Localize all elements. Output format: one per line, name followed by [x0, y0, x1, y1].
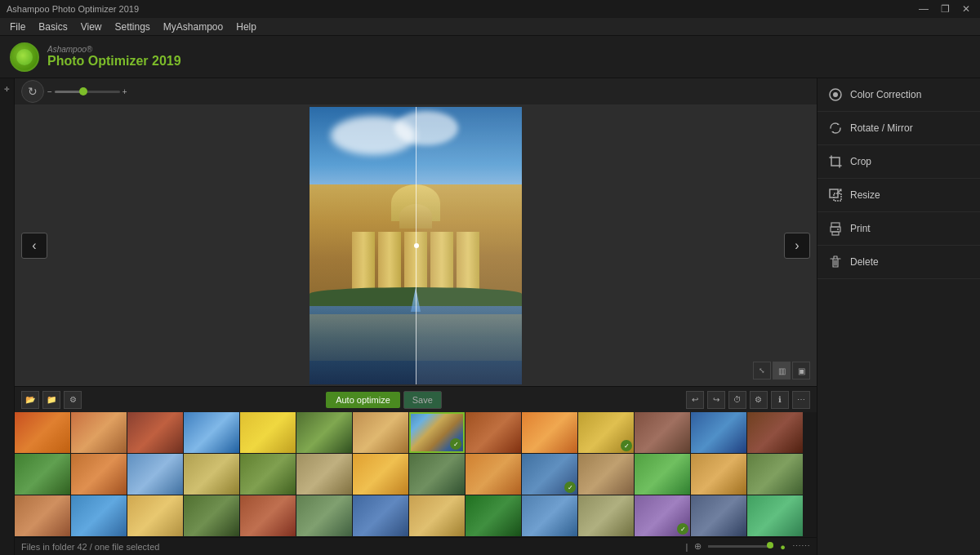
thumbnail-29[interactable]: [15, 495, 70, 536]
thumbnail-4[interactable]: [184, 412, 239, 453]
panel-print[interactable]: Print: [817, 212, 980, 246]
rotate-view-button[interactable]: ↻: [21, 80, 44, 103]
thumbnail-24[interactable]: ✓: [522, 454, 577, 495]
restore-button[interactable]: ❐: [938, 3, 952, 15]
top-controls: ↻ − +: [15, 78, 817, 104]
thumbnail-26[interactable]: [635, 454, 690, 495]
thumbnail-18[interactable]: [184, 454, 239, 495]
thumbnail-22[interactable]: [409, 454, 465, 495]
panel-resize[interactable]: Resize: [817, 179, 980, 212]
panel-color-correction[interactable]: Color Correction: [817, 78, 980, 112]
close-button[interactable]: ✕: [959, 3, 973, 15]
settings-view-button[interactable]: ⚙: [750, 391, 768, 409]
color-correction-icon: [827, 87, 844, 103]
thumbnail-36[interactable]: [409, 495, 465, 536]
thumbnail-11[interactable]: ✓: [578, 412, 634, 453]
thumbnail-6[interactable]: [296, 412, 352, 453]
zoom-minus-icon[interactable]: −: [47, 87, 52, 96]
thumbnail-25[interactable]: [578, 454, 634, 495]
menu-basics[interactable]: Basics: [32, 20, 74, 34]
menu-view[interactable]: View: [74, 20, 109, 34]
next-image-button[interactable]: ›: [784, 233, 810, 259]
thumbnail-8-selected[interactable]: ✓: [409, 412, 465, 453]
thumbnail-30[interactable]: [71, 495, 127, 536]
thumbnail-34[interactable]: [296, 495, 352, 536]
thumbnail-16[interactable]: [71, 454, 127, 495]
redo-button[interactable]: ↪: [707, 391, 725, 409]
folder-button[interactable]: 📁: [42, 391, 60, 409]
panel-rotate-mirror[interactable]: Rotate / Mirror: [817, 112, 980, 145]
zoom-track[interactable]: [55, 91, 120, 93]
split-line: [416, 107, 416, 384]
prev-image-button[interactable]: ‹: [21, 233, 47, 259]
zoom-slider: − +: [47, 87, 127, 96]
svg-rect-4: [831, 223, 840, 227]
thumbnail-12[interactable]: [635, 412, 690, 453]
thumbnail-17[interactable]: [127, 454, 183, 495]
thumbnail-14[interactable]: [747, 412, 803, 453]
thumbnail-10[interactable]: [522, 412, 577, 453]
thumbnail-20[interactable]: [296, 454, 352, 495]
thumbnail-7[interactable]: [353, 412, 408, 453]
thumbnail-1[interactable]: [15, 412, 70, 453]
thumbnail-strip: ✓ ✓ ✓: [15, 412, 817, 537]
thumbnail-15[interactable]: [15, 454, 70, 495]
thumbnail-23[interactable]: [466, 454, 521, 495]
undo-button[interactable]: ↩: [686, 391, 704, 409]
svg-point-6: [837, 229, 839, 230]
thumbnail-9[interactable]: [466, 412, 521, 453]
thumbnail-35[interactable]: [353, 495, 408, 536]
thumbnail-5[interactable]: [240, 412, 296, 453]
zoom-plus-icon[interactable]: +: [122, 87, 127, 96]
delete-icon: [827, 254, 844, 270]
thumbnail-21[interactable]: [353, 454, 408, 495]
thumbnail-28[interactable]: [747, 454, 803, 495]
thumbnail-39[interactable]: [578, 495, 634, 536]
thumbnail-41[interactable]: [691, 495, 746, 536]
statusbar: Files in folder 42 / one file selected |…: [15, 537, 817, 555]
sky-cloud2: [394, 111, 458, 145]
menu-settings[interactable]: Settings: [108, 20, 156, 34]
fullscreen-button[interactable]: ⤡: [753, 362, 771, 380]
status-separator: |: [685, 542, 688, 552]
thumbnail-32[interactable]: [184, 495, 239, 536]
menubar: File Basics View Settings MyAshampoo Hel…: [0, 18, 980, 36]
auto-optimize-button[interactable]: Auto optimize: [326, 392, 400, 408]
menu-file[interactable]: File: [3, 20, 32, 34]
thumbnail-31[interactable]: [127, 495, 183, 536]
info-button[interactable]: ℹ: [771, 391, 789, 409]
history-button[interactable]: ⏱: [728, 391, 746, 409]
split-view-button[interactable]: ▥: [773, 362, 791, 380]
thumbnail-27[interactable]: [691, 454, 746, 495]
thumbnail-40[interactable]: ✓: [635, 495, 690, 536]
image-viewer: ‹: [15, 104, 817, 386]
thumbnail-3[interactable]: [127, 412, 183, 453]
thumbnail-19[interactable]: [240, 454, 296, 495]
zoom-thumb[interactable]: [79, 87, 87, 95]
menu-myashampoo[interactable]: MyAshampoo: [157, 20, 229, 34]
single-view-button[interactable]: ▣: [792, 362, 810, 380]
thumbnail-38[interactable]: [522, 495, 577, 536]
crop-icon: [827, 153, 844, 170]
tools-button[interactable]: ⚙: [64, 391, 82, 409]
minimize-button[interactable]: —: [916, 3, 931, 15]
status-zoom-slider[interactable]: [708, 545, 773, 548]
panel-crop[interactable]: Crop: [817, 145, 980, 179]
thumbnail-37[interactable]: [466, 495, 521, 536]
thumbnail-13[interactable]: [691, 412, 746, 453]
status-zoom-thumb[interactable]: [767, 542, 773, 548]
open-file-button[interactable]: 📂: [21, 391, 39, 409]
thumbnail-42[interactable]: [747, 495, 803, 536]
split-handle[interactable]: [414, 243, 419, 248]
status-more: ⋯⋯: [792, 541, 810, 552]
panel-rotate-mirror-label: Rotate / Mirror: [850, 122, 913, 134]
menu-help[interactable]: Help: [229, 20, 263, 34]
panel-delete[interactable]: Delete: [817, 246, 980, 279]
thumbnail-2[interactable]: [71, 412, 127, 453]
panel-delete-label: Delete: [850, 256, 879, 268]
save-button[interactable]: Save: [403, 391, 442, 409]
tool-pan[interactable]: ✛: [2, 83, 13, 95]
center-area: ↻ − + ‹: [15, 78, 817, 555]
overflow-button[interactable]: ⋯: [792, 391, 810, 409]
thumbnail-33[interactable]: [240, 495, 296, 536]
